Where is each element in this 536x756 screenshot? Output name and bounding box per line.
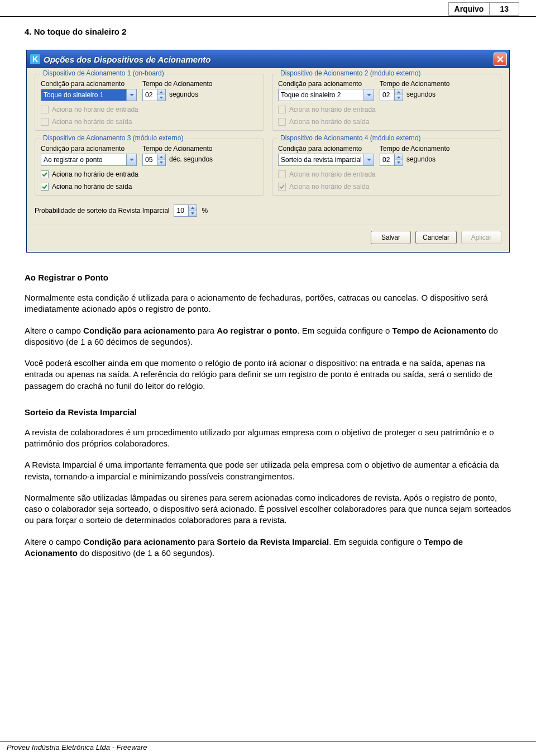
spinner-up-icon[interactable] bbox=[157, 154, 165, 160]
group-legend: Dispositivo de Acionamento 3 (módulo ext… bbox=[41, 134, 185, 142]
spinner-down-icon[interactable] bbox=[189, 211, 197, 216]
cancel-button[interactable]: Cancelar bbox=[415, 231, 457, 244]
cond-combo[interactable]: Toque do sinaleiro 1 bbox=[41, 89, 137, 101]
cond-combo[interactable]: Ao registrar o ponto bbox=[41, 154, 137, 166]
cond-value: Toque do sinaleiro 2 bbox=[281, 91, 363, 99]
cond-value: Toque do sinaleiro 1 bbox=[44, 91, 126, 99]
device-group-1: Dispositivo de Acionamento 1 (on-board)C… bbox=[35, 74, 264, 131]
checkbox-label: Aciona no horário de saída bbox=[52, 118, 132, 126]
tempo-label: Tempo de Acionamento bbox=[142, 145, 213, 153]
checkbox-chk2 bbox=[278, 183, 286, 191]
checkbox-chk2[interactable] bbox=[41, 183, 49, 191]
spinner-up-icon[interactable] bbox=[395, 154, 403, 160]
tempo-value: 02 bbox=[380, 156, 394, 164]
titlebar: K Opções dos Dispositivos de Acionamento bbox=[27, 50, 509, 68]
cond-label: Condição para acionamento bbox=[41, 145, 137, 153]
spinner-down-icon[interactable] bbox=[395, 95, 403, 101]
paragraph: A revista de colaboradores é um procedim… bbox=[25, 427, 511, 450]
spinner-up-icon[interactable] bbox=[395, 89, 403, 95]
close-icon bbox=[497, 56, 504, 63]
tempo-spinner[interactable]: 02 bbox=[380, 154, 403, 166]
cond-combo[interactable]: Toque do sinaleiro 2 bbox=[278, 89, 374, 101]
unit-label: segundos bbox=[406, 91, 436, 100]
device-group-3: Dispositivo de Acionamento 3 (módulo ext… bbox=[35, 139, 264, 196]
heading-ao-registrar: Ao Registrar o Ponto bbox=[25, 273, 511, 282]
paragraph: Altere o campo Condição para acionamento… bbox=[25, 536, 511, 559]
prob-label: Probabilidade de sorteio da Revista Impa… bbox=[35, 207, 169, 215]
check-icon bbox=[42, 184, 47, 189]
checkbox-label: Aciona no horário de entrada bbox=[289, 170, 376, 178]
spinner-up-icon[interactable] bbox=[157, 89, 165, 95]
tempo-spinner[interactable]: 02 bbox=[142, 89, 166, 101]
header-label: Arquivo bbox=[449, 3, 490, 15]
prob-unit: % bbox=[202, 207, 208, 215]
spinner-down-icon[interactable] bbox=[157, 160, 165, 165]
tempo-label: Tempo de Acionamento bbox=[380, 80, 449, 88]
prob-value: 10 bbox=[174, 207, 188, 215]
apply-button[interactable]: Aplicar bbox=[461, 231, 501, 244]
cond-combo[interactable]: Sorteio da revista imparcial bbox=[278, 154, 374, 166]
page-footer: Proveu Indústria Eletrônica Ltda - Freew… bbox=[0, 741, 536, 752]
tempo-value: 05 bbox=[143, 156, 157, 164]
cond-value: Sorteio da revista imparcial bbox=[281, 156, 363, 164]
chevron-down-icon[interactable] bbox=[363, 154, 374, 165]
paragraph: Normalmente são utilizadas lâmpadas ou s… bbox=[25, 492, 511, 526]
chevron-down-icon[interactable] bbox=[363, 89, 374, 101]
check-icon bbox=[279, 184, 285, 189]
unit-label: segundos bbox=[169, 91, 198, 100]
checkbox-chk1 bbox=[278, 170, 286, 178]
page-number: 13 bbox=[490, 3, 519, 15]
tempo-label: Tempo de Acionamento bbox=[142, 80, 212, 88]
close-button[interactable] bbox=[494, 53, 507, 66]
paragraph: Altere o campo Condição para acionamento… bbox=[25, 325, 511, 348]
save-button[interactable]: Salvar bbox=[371, 231, 411, 244]
dialog-window: K Opções dos Dispositivos de Acionamento… bbox=[26, 50, 510, 253]
cond-label: Condição para acionamento bbox=[41, 80, 137, 88]
header-box: Arquivo 13 bbox=[448, 2, 519, 16]
unit-label: déc. segundos bbox=[169, 155, 213, 165]
spinner-down-icon[interactable] bbox=[395, 160, 403, 165]
checkbox-label: Aciona no horário de saída bbox=[289, 118, 369, 126]
paragraph: A Revista Imparcial é uma importante fer… bbox=[25, 459, 511, 482]
cond-label: Condição para acionamento bbox=[278, 80, 374, 88]
paragraph: Normalmente esta condição é utilizada pa… bbox=[25, 292, 511, 315]
device-group-4: Dispositivo de Acionamento 4 (módulo ext… bbox=[272, 139, 501, 196]
cond-label: Condição para acionamento bbox=[278, 145, 374, 153]
chevron-down-icon[interactable] bbox=[126, 89, 136, 101]
checkbox-label: Aciona no horário de entrada bbox=[52, 106, 138, 113]
check-icon bbox=[42, 172, 47, 177]
paragraph: Você poderá escolher ainda em que moment… bbox=[25, 358, 511, 392]
prob-spinner[interactable]: 10 bbox=[174, 205, 197, 217]
app-icon: K bbox=[30, 54, 40, 64]
chevron-down-icon[interactable] bbox=[126, 154, 136, 165]
checkbox-label: Aciona no horário de saída bbox=[289, 183, 369, 191]
checkbox-chk1 bbox=[41, 106, 49, 113]
checkbox-label: Aciona no horário de saída bbox=[52, 183, 132, 191]
checkbox-chk1[interactable] bbox=[41, 170, 49, 178]
checkbox-label: Aciona no horário de entrada bbox=[52, 170, 138, 178]
checkbox-chk1 bbox=[278, 106, 286, 113]
titlebar-text: Opções dos Dispositivos de Acionamento bbox=[44, 55, 211, 64]
heading-sorteio: Sorteio da Revista Imparcial bbox=[25, 407, 511, 417]
group-legend: Dispositivo de Acionamento 4 (módulo ext… bbox=[278, 134, 423, 142]
tempo-spinner[interactable]: 05 bbox=[142, 154, 166, 166]
checkbox-chk2 bbox=[41, 118, 49, 126]
tempo-value: 02 bbox=[143, 91, 157, 99]
device-group-2: Dispositivo de Acionamento 2 (módulo ext… bbox=[272, 74, 501, 131]
checkbox-label: Aciona no horário de entrada bbox=[289, 106, 376, 113]
unit-label: segundos bbox=[406, 155, 436, 165]
group-legend: Dispositivo de Acionamento 2 (módulo ext… bbox=[278, 69, 423, 77]
checkbox-chk2 bbox=[278, 118, 286, 126]
spinner-down-icon[interactable] bbox=[157, 95, 165, 101]
tempo-value: 02 bbox=[380, 91, 394, 99]
page-header: Arquivo 13 bbox=[0, 0, 536, 17]
group-legend: Dispositivo de Acionamento 1 (on-board) bbox=[41, 69, 166, 77]
cond-value: Ao registrar o ponto bbox=[44, 156, 126, 164]
tempo-label: Tempo de Acionamento bbox=[380, 145, 449, 153]
tempo-spinner[interactable]: 02 bbox=[380, 89, 403, 101]
spinner-up-icon[interactable] bbox=[189, 205, 197, 211]
section-title: 4. No toque do sinaleiro 2 bbox=[25, 27, 511, 36]
